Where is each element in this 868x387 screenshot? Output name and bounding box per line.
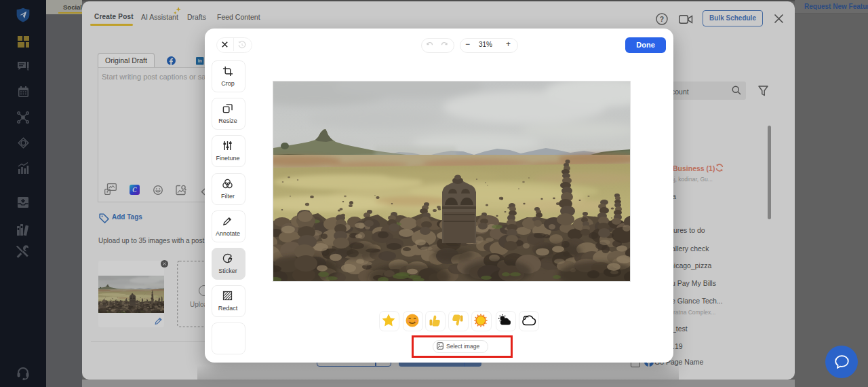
svg-text:in: in: [198, 58, 202, 63]
svg-text:C: C: [132, 187, 137, 194]
svg-text:?: ?: [660, 15, 664, 23]
